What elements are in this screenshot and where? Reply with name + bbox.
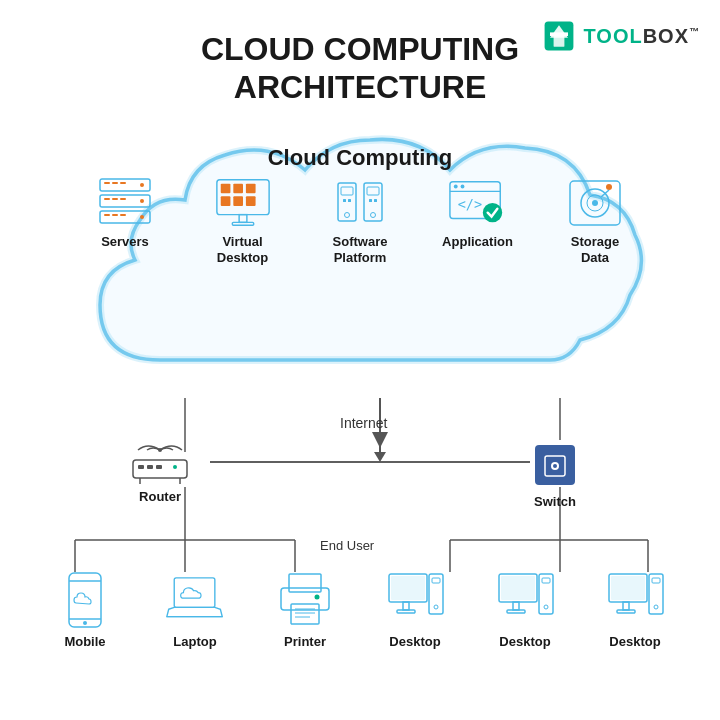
svg-rect-48: [233, 196, 243, 206]
svg-point-32: [140, 183, 144, 187]
mobile-icon: [55, 570, 115, 630]
storage-data-icon: [565, 175, 625, 230]
desktop-2-icon: [495, 570, 555, 630]
device-desktop-3: Desktop: [590, 570, 680, 649]
svg-rect-39: [104, 214, 110, 216]
svg-text:</>: </>: [457, 195, 481, 211]
cloud-item-virtual-desktop: Virtual Desktop: [198, 175, 288, 265]
svg-point-64: [453, 184, 457, 188]
device-mobile: Mobile: [40, 570, 130, 649]
device-laptop: Laptop: [150, 570, 240, 649]
laptop-label: Laptop: [173, 634, 216, 649]
mobile-label: Mobile: [64, 634, 105, 649]
svg-rect-107: [501, 576, 535, 600]
desktop-3-label: Desktop: [609, 634, 660, 649]
svg-rect-94: [291, 604, 319, 624]
cloud-item-software-platform: Software Platform: [315, 175, 405, 265]
svg-rect-116: [652, 578, 660, 583]
svg-rect-60: [374, 199, 377, 202]
svg-rect-90: [174, 578, 215, 608]
svg-rect-101: [429, 574, 443, 614]
devices-row: Mobile Laptop: [30, 570, 690, 649]
svg-point-67: [482, 203, 501, 222]
device-desktop-2: Desktop: [480, 570, 570, 649]
device-printer: Printer: [260, 570, 350, 649]
application-icon: </>: [448, 175, 508, 230]
switch-icon: [530, 440, 580, 490]
switch-label: Switch: [534, 494, 576, 509]
svg-rect-51: [232, 222, 253, 225]
svg-rect-53: [341, 187, 353, 195]
svg-rect-112: [507, 610, 525, 613]
svg-rect-30: [112, 182, 118, 184]
device-desktop-1: Desktop: [370, 570, 460, 649]
svg-rect-35: [112, 198, 118, 200]
svg-rect-108: [539, 574, 553, 614]
svg-rect-104: [403, 602, 409, 610]
svg-point-37: [140, 199, 144, 203]
cloud-item-storage-data: Storage Data: [550, 175, 640, 265]
cloud-item-servers: Servers: [80, 175, 170, 250]
cloud-item-application: </> Application: [433, 175, 523, 250]
svg-marker-7: [374, 452, 386, 462]
svg-rect-109: [542, 578, 550, 583]
svg-point-85: [553, 464, 557, 468]
svg-rect-34: [104, 198, 110, 200]
svg-rect-102: [432, 578, 440, 583]
svg-rect-114: [611, 576, 645, 600]
internet-label: Internet: [340, 415, 387, 431]
svg-point-65: [460, 184, 464, 188]
svg-point-71: [592, 200, 598, 206]
svg-point-72: [606, 184, 612, 190]
svg-point-117: [654, 605, 658, 609]
svg-rect-50: [239, 214, 247, 222]
desktop-2-label: Desktop: [499, 634, 550, 649]
svg-point-61: [371, 212, 376, 217]
virtual-desktop-icon: [213, 175, 273, 230]
laptop-icon: [165, 570, 225, 630]
svg-rect-78: [156, 465, 162, 469]
svg-rect-119: [617, 610, 635, 613]
svg-rect-45: [233, 183, 243, 193]
software-platform-label: Software Platform: [333, 234, 388, 265]
router-label: Router: [139, 489, 181, 504]
router-box: Router: [125, 440, 195, 504]
printer-label: Printer: [284, 634, 326, 649]
switch-box: Switch: [530, 440, 580, 509]
svg-rect-41: [120, 214, 126, 216]
svg-point-98: [315, 595, 320, 600]
cloud-items-container: Servers Virtual Desktop: [80, 175, 640, 265]
software-platform-icon: [330, 175, 390, 230]
servers-label: Servers: [101, 234, 149, 250]
storage-data-label: Storage Data: [571, 234, 619, 265]
page-title: CLOUD COMPUTING ARCHITECTURE: [0, 30, 720, 107]
desktop-1-icon: [385, 570, 445, 630]
svg-rect-36: [120, 198, 126, 200]
svg-point-89: [83, 621, 87, 625]
svg-rect-40: [112, 214, 118, 216]
svg-rect-46: [245, 183, 255, 193]
desktop-3-icon: [605, 570, 665, 630]
svg-rect-59: [369, 199, 372, 202]
servers-icon: [95, 175, 155, 230]
svg-point-103: [434, 605, 438, 609]
svg-rect-100: [391, 576, 425, 600]
svg-point-110: [544, 605, 548, 609]
svg-rect-115: [649, 574, 663, 614]
svg-point-42: [140, 215, 144, 219]
svg-rect-31: [120, 182, 126, 184]
svg-rect-118: [623, 602, 629, 610]
svg-point-56: [345, 212, 350, 217]
svg-point-74: [158, 448, 162, 452]
svg-rect-55: [348, 199, 351, 202]
desktop-1-label: Desktop: [389, 634, 440, 649]
cloud-title: Cloud Computing: [0, 145, 720, 171]
svg-rect-29: [104, 182, 110, 184]
svg-point-79: [173, 465, 177, 469]
svg-rect-76: [138, 465, 144, 469]
svg-rect-47: [220, 196, 230, 206]
printer-icon: [275, 570, 335, 630]
svg-rect-77: [147, 465, 153, 469]
svg-rect-105: [397, 610, 415, 613]
svg-rect-58: [367, 187, 379, 195]
